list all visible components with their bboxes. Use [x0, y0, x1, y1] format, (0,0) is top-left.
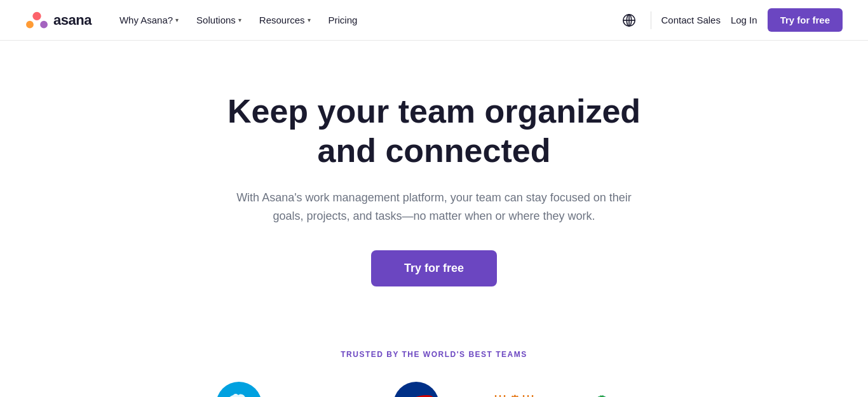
- nav-divider: [651, 11, 651, 29]
- logos-row: VOXMEDIA salesforce Deloitte. NASA: [104, 382, 765, 397]
- try-free-nav-button[interactable]: Try for free: [768, 8, 843, 32]
- chevron-down-icon: ▾: [175, 17, 179, 24]
- nav-item-why-asana[interactable]: Why Asana? ▾: [112, 10, 186, 30]
- asana-logo-icon: [25, 11, 48, 29]
- nav-item-resources[interactable]: Resources ▾: [252, 10, 318, 30]
- nav-right: Contact Sales Log In Try for free: [618, 8, 843, 32]
- trusted-label: TRUSTED BY THE WORLD'S BEST TEAMS: [341, 350, 527, 359]
- trusted-section: TRUSTED BY THE WORLD'S BEST TEAMS VOXMED…: [0, 325, 868, 397]
- comcast-nbcuniversal-logo: 🦚 COMCAST NBCUNIVERSAL: [590, 394, 660, 397]
- chevron-down-icon: ▾: [308, 17, 311, 24]
- svg-point-2: [40, 20, 48, 28]
- login-button[interactable]: Log In: [731, 15, 757, 25]
- peacock-icon: 🦚: [595, 394, 609, 397]
- globe-icon: [622, 13, 636, 27]
- svg-point-8: [396, 384, 437, 397]
- hero-section: Keep your team organized and connected W…: [0, 41, 868, 325]
- hero-subtitle: With Asana's work management platform, y…: [231, 189, 637, 225]
- try-free-hero-button[interactable]: Try for free: [371, 250, 497, 286]
- salesforce-logo: salesforce: [216, 382, 262, 397]
- logo[interactable]: asana: [25, 11, 92, 29]
- hero-title: Keep your team organized and connected: [218, 91, 650, 171]
- contact-sales-link[interactable]: Contact Sales: [661, 15, 721, 25]
- meals-on-wheels-logo: ||| ⚙ ||| MEALS⊕WHEELS: [477, 393, 553, 397]
- nasa-logo-icon: NASA: [396, 384, 437, 397]
- nav-item-pricing[interactable]: Pricing: [321, 10, 365, 30]
- nav-item-solutions[interactable]: Solutions ▾: [189, 10, 249, 30]
- nav-links: Why Asana? ▾ Solutions ▾ Resources ▾ Pri…: [112, 10, 618, 30]
- navbar: asana Why Asana? ▾ Solutions ▾ Resources…: [0, 0, 868, 41]
- chevron-down-icon: ▾: [238, 17, 241, 24]
- salesforce-cloud-icon: salesforce: [225, 394, 253, 397]
- language-selector[interactable]: [618, 9, 641, 32]
- logo-text: asana: [53, 12, 92, 29]
- nasa-logo: NASA: [393, 382, 439, 397]
- svg-point-0: [32, 11, 41, 20]
- svg-point-1: [26, 20, 34, 28]
